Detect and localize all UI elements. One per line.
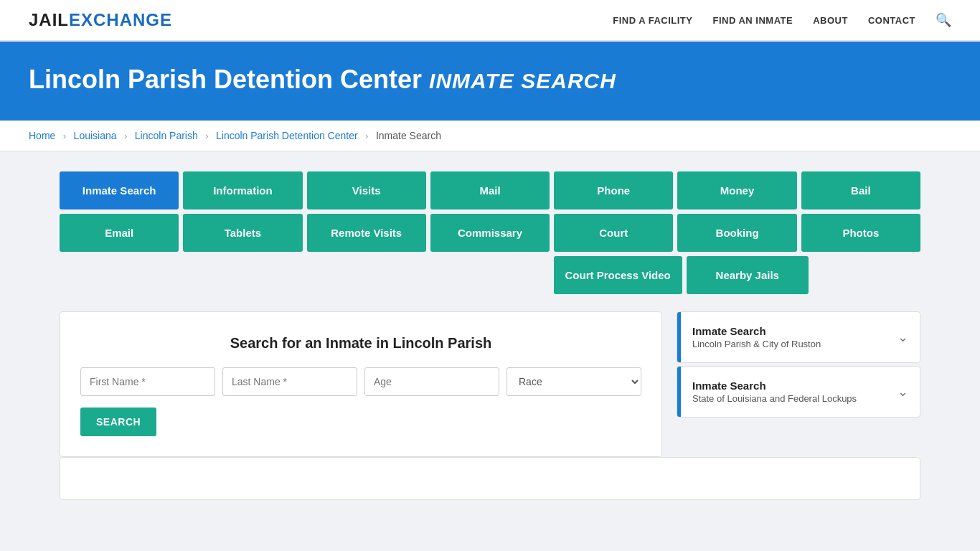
tab-commissary[interactable]: Commissary [430,214,550,252]
tabs-row-1: Inmate Search Information Visits Mail Ph… [60,171,920,209]
breadcrumb-sep-3: › [205,131,208,141]
breadcrumb-sep-4: › [365,131,368,141]
search-button[interactable]: SEARCH [80,408,156,436]
nav-contact[interactable]: CONTACT [868,15,915,26]
content-area: Search for an Inmate in Lincoln Parish R… [60,311,920,457]
tab-remote-visits[interactable]: Remote Visits [307,214,426,252]
sidebar-card-1-title: Inmate Search Lincoln Parish & City of R… [692,325,821,349]
logo-jail: JAIL [29,10,69,29]
nav-find-inmate[interactable]: FIND AN INMATE [712,15,793,26]
tab-tablets[interactable]: Tablets [183,214,302,252]
tab-visits[interactable]: Visits [307,171,426,209]
search-heading: Search for an Inmate in Lincoln Parish [80,335,641,352]
sidebar-card-2-title: Inmate Search State of Louisiana and Fed… [692,380,857,404]
sidebar: Inmate Search Lincoln Parish & City of R… [677,311,920,420]
age-input[interactable] [364,367,499,396]
breadcrumb-louisiana[interactable]: Louisiana [74,130,117,141]
first-name-input[interactable] [80,367,215,396]
header-search-button[interactable]: 🔍 [936,12,951,28]
breadcrumb-home[interactable]: Home [29,130,55,141]
breadcrumb-sep-1: › [63,131,66,141]
tab-mail[interactable]: Mail [430,171,550,209]
nav-about[interactable]: ABOUT [813,15,848,26]
tab-inmate-search[interactable]: Inmate Search [60,171,179,209]
tabs-row-3: Court Process Video Nearby Jails [60,256,920,294]
tabs-row-2: Email Tablets Remote Visits Commissary C… [60,214,920,252]
breadcrumb-sep-2: › [124,131,127,141]
tab-court[interactable]: Court [554,214,673,252]
sidebar-card-1-header[interactable]: Inmate Search Lincoln Parish & City of R… [677,312,920,362]
inmate-search-panel: Search for an Inmate in Lincoln Parish R… [60,311,662,457]
nav-find-facility[interactable]: FIND A FACILITY [613,15,692,26]
tab-information[interactable]: Information [183,171,302,209]
site-header: JAILEXCHANGE FIND A FACILITY FIND AN INM… [0,0,980,42]
sidebar-card-2: Inmate Search State of Louisiana and Fed… [677,366,920,418]
tab-booking[interactable]: Booking [677,214,796,252]
tab-photos[interactable]: Photos [801,214,920,252]
page-title: Lincoln Parish Detention Center INMATE S… [29,65,951,95]
race-select[interactable]: Race White Black Hispanic Asian Other [507,367,641,396]
tab-court-process-video[interactable]: Court Process Video [554,256,682,294]
chevron-down-icon-2: ⌄ [897,384,908,400]
logo-exchange: EXCHANGE [69,10,172,29]
tab-nearby-jails[interactable]: Nearby Jails [687,256,809,294]
main-nav: FIND A FACILITY FIND AN INMATE ABOUT CON… [613,12,951,28]
breadcrumb-lincoln-parish[interactable]: Lincoln Parish [135,130,198,141]
tab-bail[interactable]: Bail [801,171,920,209]
chevron-down-icon-1: ⌄ [897,329,908,345]
sidebar-card-2-header[interactable]: Inmate Search State of Louisiana and Fed… [677,367,920,417]
breadcrumb: Home › Louisiana › Lincoln Parish › Linc… [0,121,980,151]
tab-email[interactable]: Email [60,214,179,252]
main-content: Inmate Search Information Visits Mail Ph… [31,151,949,520]
sidebar-card-1: Inmate Search Lincoln Parish & City of R… [677,311,920,363]
search-fields-row: Race White Black Hispanic Asian Other [80,367,641,396]
breadcrumb-facility[interactable]: Lincoln Parish Detention Center [216,130,358,141]
hero-banner: Lincoln Parish Detention Center INMATE S… [0,42,980,121]
bottom-content-placeholder [60,457,920,500]
tab-phone[interactable]: Phone [554,171,673,209]
site-logo[interactable]: JAILEXCHANGE [29,10,172,30]
tab-money[interactable]: Money [677,171,796,209]
last-name-input[interactable] [222,367,357,396]
breadcrumb-current: Inmate Search [376,130,441,141]
